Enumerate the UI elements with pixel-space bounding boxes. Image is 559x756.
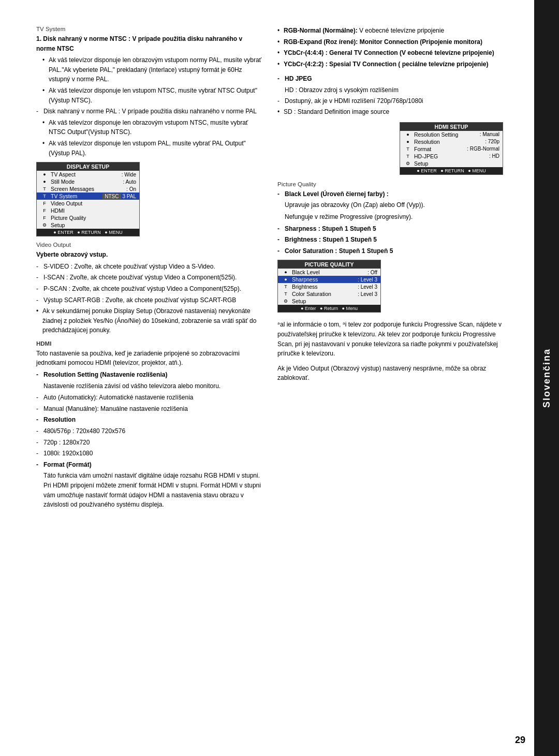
page-container: Slovenčina TV System 1. Disk nahraný v n… bbox=[0, 0, 559, 756]
rgb-bullet-3: YCbCr-(4:4:4) : General TV Connection (V… bbox=[277, 48, 503, 58]
hdmi-item-6: 480i/576p : 720x480 720x576 bbox=[36, 426, 262, 436]
menu-row-still-mode: ● Still Mode : Auto bbox=[37, 178, 139, 185]
disc-icon-2: ● bbox=[40, 179, 49, 184]
tv-system-numbered: 1. Disk nahraný v norme NTSC : V prípade… bbox=[36, 34, 262, 53]
left-column: TV System 1. Disk nahraný v norme NTSC :… bbox=[36, 26, 262, 515]
pq-text-2: Nefunguje v režime Progressive (progresí… bbox=[277, 212, 503, 222]
rgb-bullet-4: YCbCr-(4:2:2) : Spesial TV Connection ( … bbox=[277, 60, 503, 69]
hdmi-row-resolution-setting: ● Resolution Setting : Manual bbox=[400, 131, 503, 138]
hdmi-setup-footer: ● ENTER ● RETURN ● MENU bbox=[400, 167, 503, 174]
video-output-label: Video Output bbox=[36, 242, 262, 248]
disc-icon-6: ● bbox=[281, 277, 290, 282]
main-content: TV System 1. Disk nahraný v norme NTSC :… bbox=[16, 16, 513, 525]
rgb-section: RGB-Normal (Normálne): V eobecné televíz… bbox=[277, 26, 503, 69]
menu-row-screen-messages: T Screen Messages : On bbox=[37, 185, 139, 192]
hd-jpeg-item-1: HD : Obrazov zdroj s vysokým rozlíšením bbox=[277, 85, 503, 95]
note-text-2: Ak je Video Output (Obrazový výstup) nas… bbox=[277, 364, 503, 383]
menu-row-picture-quality: F Picture Quality bbox=[37, 214, 139, 221]
pq-bullet-2: Sharpness : Stupeň 1 Stupeň 5 bbox=[277, 224, 503, 234]
tv-bullet-5: Ak váš televízor disponuje len vstupom P… bbox=[36, 139, 262, 158]
sidebar-label: Slovenčina bbox=[534, 0, 559, 756]
disc-icon-5: ● bbox=[281, 270, 290, 275]
hdmi-item-2: Nastavenie rozlíšenia závisí od vášho te… bbox=[36, 381, 262, 391]
hd-jpeg-item-2: Dostupný, ak je v HDMI rozlíšení 720p/76… bbox=[277, 96, 503, 106]
note-section: ᵃal ie informácie o tom, ᵃi telev zor po… bbox=[277, 320, 503, 358]
tv-system-label: TV System bbox=[36, 26, 262, 32]
hdmi-setup-header: HDMI SETUP bbox=[400, 123, 503, 131]
title-icon: T bbox=[40, 186, 49, 191]
setup-icon-2: ⚙ bbox=[403, 161, 413, 166]
menu-row-setup: ⚙ Setup bbox=[37, 221, 139, 229]
vo-bullet-1: S-VIDEO : Zvoľte, ak chcete používať výs… bbox=[36, 262, 262, 272]
two-column-layout: TV System 1. Disk nahraný v norme NTSC :… bbox=[36, 26, 503, 515]
fn-icon-3: F bbox=[40, 215, 49, 220]
menu-row-hdmi: F HDMI bbox=[37, 207, 139, 214]
picture-quality-section: Picture Quality Black Level (Úroveň čier… bbox=[277, 181, 503, 313]
title-icon-5: T bbox=[281, 284, 290, 289]
menu-row-tv-system: T TV System NTSC 3 PAL bbox=[37, 192, 139, 200]
vo-bullet-3: P-SCAN : Zvoľte, ak chcete používať výst… bbox=[36, 284, 262, 294]
hdmi-setup-menu: HDMI SETUP ● Resolution Setting : Manual… bbox=[400, 122, 503, 175]
pq-row-color-saturation: T Color Saturation : Level 3 bbox=[278, 290, 380, 298]
hd-jpeg-item-3: SD : Standard Definition image source bbox=[277, 107, 503, 117]
hd-jpeg-section: HD JPEG HD : Obrazov zdroj s vysokým roz… bbox=[277, 74, 503, 116]
tv-system-section: TV System 1. Disk nahraný v norme NTSC :… bbox=[36, 26, 262, 236]
display-setup-menu: DISPLAY SETUP ● TV Aspect : Wide ● Still… bbox=[36, 162, 140, 236]
sidebar-label-text: Slovenčina bbox=[541, 348, 552, 408]
hdmi-item-5: Resolution bbox=[36, 415, 262, 425]
picture-quality-menu: PICTURE QUALITY ● Black Level : Off ● Sh… bbox=[277, 260, 381, 313]
pq-row-setup: ⚙ Setup bbox=[278, 298, 380, 305]
rgb-bullet-2: RGB-Expand (Roz írené): Monitor Connecti… bbox=[277, 37, 503, 47]
setup-icon: ⚙ bbox=[40, 223, 49, 228]
hd-jpeg-label: HD JPEG bbox=[277, 74, 503, 84]
pq-bullet-3: Brightness : Stupeň 1 Stupeň 5 bbox=[277, 235, 503, 245]
video-output-intro: Vyberte obrazový vstup. bbox=[36, 250, 262, 260]
note-section-2: Ak je Video Output (Obrazový výstup) nas… bbox=[277, 364, 503, 383]
rgb-bullet-1: RGB-Normal (Normálne): V eobecné televíz… bbox=[277, 26, 503, 36]
vo-bullet-4: Výstup SCART-RGB : Zvoľte, ak chcete pou… bbox=[36, 295, 262, 305]
display-setup-footer: ● ENTER ● RETURN ● MENU bbox=[37, 229, 139, 236]
hdmi-row-resolution: ● Resolution : 720p bbox=[400, 138, 503, 145]
video-output-section: Video Output Vyberte obrazový vstup. S-V… bbox=[36, 242, 262, 335]
hdmi-item-10: Táto funkcia vám umožní nastaviť digitál… bbox=[36, 471, 262, 509]
note-text-1: ᵃal ie informácie o tom, ᵃi telev zor po… bbox=[277, 320, 503, 358]
fn-icon: F bbox=[40, 201, 49, 206]
hdmi-row-hdjpeg: T HD-JPEG : HD bbox=[400, 153, 503, 160]
tv-bullet-2: Ak váš televízor disponuje len vstupom N… bbox=[36, 86, 262, 105]
right-column: RGB-Normal (Normálne): V eobecné televíz… bbox=[277, 26, 503, 515]
disc-icon-3: ● bbox=[403, 132, 413, 137]
picture-quality-footer: ● Enter ● Return ● Menu bbox=[278, 305, 380, 312]
pq-bullet-1: Black Level (Úroveň čiernej farby) : bbox=[277, 189, 503, 199]
hdmi-item-7: 720p : 1280x720 bbox=[36, 438, 262, 448]
hdmi-item-1: Resolution Setting (Nastavenie rozlíšeni… bbox=[36, 370, 262, 380]
hdmi-row-setup: ⚙ Setup bbox=[400, 160, 503, 167]
pq-row-brightness: T Brightness : Level 3 bbox=[278, 283, 380, 290]
vo-bullet-5: Ak v sekundárnej ponuke Display Setup (O… bbox=[36, 306, 262, 335]
vo-bullet-2: I-SCAN : Zvoľte, ak chcete používať výst… bbox=[36, 273, 262, 283]
tv-bullet-3: Disk nahraný v norme PAL : V prípade pou… bbox=[36, 107, 262, 116]
title-icon-3: T bbox=[403, 146, 413, 152]
picture-quality-label: Picture Quality bbox=[277, 181, 503, 187]
page-number: 29 bbox=[515, 735, 525, 746]
hdmi-item-9: Format (Formát) bbox=[36, 460, 262, 470]
picture-quality-header: PICTURE QUALITY bbox=[278, 260, 380, 269]
disc-icon-4: ● bbox=[403, 139, 413, 144]
pq-bullet-4: Color Saturation : Stupeň 1 Stupeň 5 bbox=[277, 246, 503, 256]
hdmi-row-format: T Format : RGB-Normal bbox=[400, 145, 503, 153]
fn-icon-2: F bbox=[40, 208, 49, 213]
hdmi-item-8: 1080i: 1920x1080 bbox=[36, 449, 262, 458]
menu-row-tv-aspect: ● TV Aspect : Wide bbox=[37, 171, 139, 178]
tv-bullet-4: Ak váš televízor disponuje len obrazovým… bbox=[36, 118, 262, 137]
hdmi-section: HDMI Toto nastavenie sa používa, keď je … bbox=[36, 340, 262, 510]
tv-bullet-1: Ak váš televízor disponuje len obrazovým… bbox=[36, 55, 262, 84]
display-setup-header: DISPLAY SETUP bbox=[37, 162, 139, 171]
pq-text-1: Upravuje jas obrazovky (On (Zap) alebo O… bbox=[277, 200, 503, 210]
disc-icon: ● bbox=[40, 172, 49, 177]
title-icon-4: T bbox=[403, 154, 413, 159]
menu-row-video-output: F Video Output bbox=[37, 200, 139, 207]
pq-row-sharpness: ● Sharpness : Level 3 bbox=[278, 276, 380, 283]
hdmi-item-3: Auto (Automaticky): Automatické nastaven… bbox=[36, 393, 262, 403]
pq-row-black-level: ● Black Level : Off bbox=[278, 269, 380, 276]
hdmi-label: HDMI bbox=[36, 340, 262, 347]
setup-icon-3: ⚙ bbox=[281, 299, 290, 304]
